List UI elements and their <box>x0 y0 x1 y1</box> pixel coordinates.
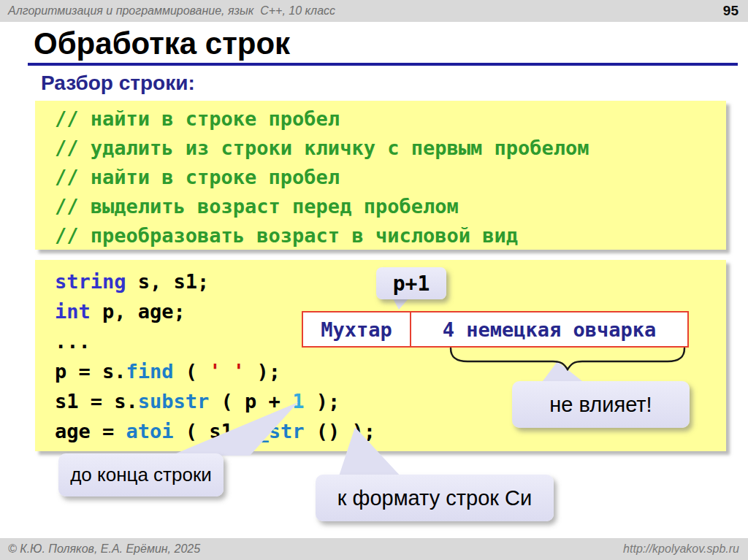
comment-line: // выделить возраст перед пробелом <box>35 192 726 221</box>
page-number: 95 <box>723 0 739 22</box>
callout-to-end-of-string: до конца строки <box>58 453 224 496</box>
string-value-box: Мухтар 4 немецкая овчарка <box>302 311 689 348</box>
comment-line: // удалить из строки кличку с первым про… <box>35 134 726 163</box>
code-function: substr <box>138 390 210 413</box>
callout-no-effect: не влияет! <box>512 381 690 428</box>
code-keyword: string <box>55 270 126 293</box>
header-bar: Алгоритмизация и программирование, язык … <box>0 0 748 22</box>
comments-box: // найти в строке пробел // удалить из с… <box>35 101 726 250</box>
string-cell-rest: 4 немецкая овчарка <box>411 312 687 346</box>
callout-p-plus-1: p+1 <box>376 267 446 299</box>
comment-line: // найти в строке пробел <box>35 163 726 192</box>
page-title: Обработка строк <box>34 26 290 61</box>
comment-line: // найти в строке пробел <box>35 104 726 134</box>
code-function: find <box>126 360 174 383</box>
code-string-literal: ' ' <box>209 360 245 383</box>
footer-url: http://kpolyakov.spb.ru <box>623 538 739 560</box>
footer-bar: © К.Ю. Поляков, Е.А. Ерёмин, 2025 http:/… <box>0 538 748 560</box>
callout-c-string-format: к формату строк Си <box>316 475 554 521</box>
footer-copyright: © К.Ю. Поляков, Е.А. Ерёмин, 2025 <box>8 538 200 560</box>
slide: Алгоритмизация и программирование, язык … <box>0 0 748 560</box>
comment-line: // преобразовать возраст в числовой вид <box>35 221 726 250</box>
course-title: Алгоритмизация и программирование, язык … <box>8 0 335 22</box>
code-function: atoi <box>126 420 174 442</box>
string-cell-name: Мухтар <box>303 312 411 346</box>
section-heading: Разбор строки: <box>41 72 195 95</box>
title-underline <box>28 63 738 66</box>
code-number: 1 <box>292 390 304 413</box>
code-keyword: int <box>55 300 91 323</box>
code-function: c_str <box>245 420 304 442</box>
